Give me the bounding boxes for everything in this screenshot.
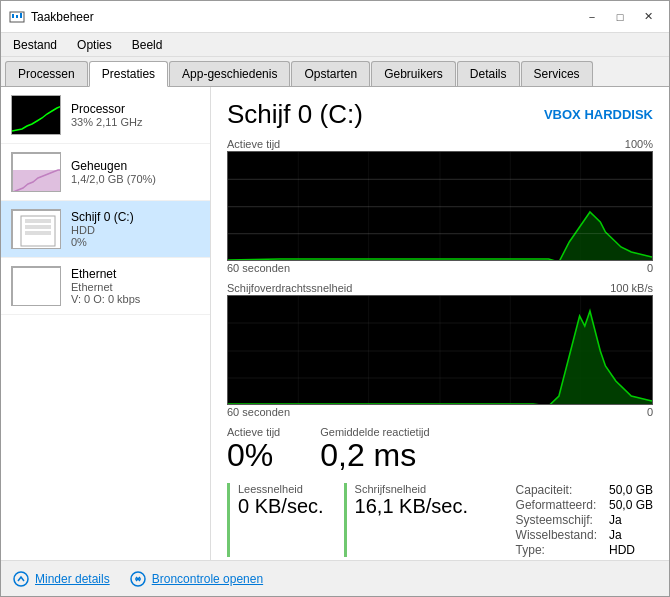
sidebar-item-memory[interactable]: Geheugen 1,4/2,0 GB (70%) [1, 144, 210, 201]
sidebar-item-ethernet[interactable]: Ethernet Ethernet V: 0 O: 0 kbps [1, 258, 210, 315]
sidebar-item-processor[interactable]: Processor 33% 2,11 GHz [1, 87, 210, 144]
sidebar: Processor 33% 2,11 GHz Geheugen 1,4/2,0 … [1, 87, 211, 560]
source-control-icon [130, 571, 146, 587]
processor-info: Processor 33% 2,11 GHz [71, 102, 200, 128]
chart2-label-right: 100 kB/s [610, 282, 653, 294]
content-area: Processor 33% 2,11 GHz Geheugen 1,4/2,0 … [1, 87, 669, 560]
menu-bar: Bestand Opties Beeld [1, 33, 669, 57]
svg-rect-6 [25, 219, 51, 223]
menu-bestand[interactable]: Bestand [5, 36, 65, 54]
memory-sub: 1,4/2,0 GB (70%) [71, 173, 200, 185]
app-icon [9, 9, 25, 25]
less-details-link[interactable]: Minder details [13, 571, 110, 587]
disk-sub3: 0% [71, 236, 200, 248]
speeds-section: Leessnelheid 0 KB/sec. Schrijfsnelheid 1… [227, 483, 468, 557]
system-label: Systeemschijf: [516, 513, 597, 527]
svg-marker-26 [549, 311, 652, 405]
less-details-text: Minder details [35, 572, 110, 586]
ethernet-info: Ethernet Ethernet V: 0 O: 0 kbps [71, 267, 200, 305]
ethernet-mini-graph [11, 266, 61, 306]
active-time-chart-section: Actieve tijd 100% [227, 138, 653, 274]
processor-sub: 33% 2,11 GHz [71, 116, 200, 128]
chart1-label-right: 100% [625, 138, 653, 150]
close-button[interactable]: ✕ [635, 7, 661, 27]
details-grid: Capaciteit: 50,0 GB Geformatteerd: 50,0 … [516, 483, 653, 557]
svg-rect-7 [25, 225, 51, 229]
ethernet-sub2: Ethernet [71, 281, 200, 293]
grid-line-1 [228, 179, 652, 180]
swap-value: Ja [609, 528, 653, 542]
grid-line-3 [228, 233, 652, 234]
write-speed-value: 16,1 KB/sec. [355, 495, 468, 518]
formatted-value: 50,0 GB [609, 498, 653, 512]
panel-title: Schijf 0 (C:) [227, 99, 363, 130]
read-speed-value: 0 KB/sec. [238, 495, 324, 518]
chart1-footer-right: 0 [647, 262, 653, 274]
sidebar-item-disk[interactable]: Schijf 0 (C:) HDD 0% [1, 201, 210, 258]
disk-label: Schijf 0 (C:) [71, 210, 200, 224]
menu-opties[interactable]: Opties [69, 36, 120, 54]
chart1-label-row: Actieve tijd 100% [227, 138, 653, 150]
tab-app-geschiedenis[interactable]: App-geschiedenis [169, 61, 290, 86]
tab-bar: Processen Prestaties App-geschiedenis Op… [1, 57, 669, 87]
active-time-stat: Actieve tijd 0% [227, 426, 280, 473]
chart1-footer: 60 seconden 0 [227, 262, 653, 274]
source-control-text: Broncontrole openen [152, 572, 263, 586]
title-bar-left: Taakbeheer [9, 9, 94, 25]
chart2-footer: 60 seconden 0 [227, 406, 653, 418]
formatted-label: Geformatteerd: [516, 498, 597, 512]
stats-section: Actieve tijd 0% Gemiddelde reactietijd 0… [227, 426, 653, 473]
tab-processen[interactable]: Processen [5, 61, 88, 86]
less-details-icon [13, 571, 29, 587]
ethernet-sub3: V: 0 O: 0 kbps [71, 293, 200, 305]
bottom-bar: Minder details Broncontrole openen [1, 560, 669, 596]
read-speed-label: Leessnelheid [238, 483, 324, 495]
active-time-chart [227, 151, 653, 261]
window-title: Taakbeheer [31, 10, 94, 24]
write-speed-label: Schrijfsnelheid [355, 483, 468, 495]
type-value: HDD [609, 543, 653, 557]
menu-beeld[interactable]: Beeld [124, 36, 171, 54]
maximize-button[interactable]: □ [607, 7, 633, 27]
grid-line-2 [228, 206, 652, 207]
capacity-label: Capaciteit: [516, 483, 597, 497]
swap-label: Wisselbestand: [516, 528, 597, 542]
system-value: Ja [609, 513, 653, 527]
svg-rect-8 [25, 231, 51, 235]
capacity-value: 50,0 GB [609, 483, 653, 497]
tab-gebruikers[interactable]: Gebruikers [371, 61, 456, 86]
title-buttons: − □ ✕ [579, 7, 661, 27]
memory-mini-graph [11, 152, 61, 192]
write-speed-block: Schrijfsnelheid 16,1 KB/sec. [344, 483, 468, 557]
source-control-link[interactable]: Broncontrole openen [130, 571, 263, 587]
memory-info: Geheugen 1,4/2,0 GB (70%) [71, 159, 200, 185]
type-label: Type: [516, 543, 597, 557]
chart2-label-left: Schijfoverdrachtssnelheid [227, 282, 352, 294]
chart1-label-left: Actieve tijd [227, 138, 280, 150]
panel-brand: VBOX HARDDISK [544, 107, 653, 122]
read-speed-block: Leessnelheid 0 KB/sec. [227, 483, 324, 557]
transfer-speed-chart-section: Schijfoverdrachtssnelheid 100 kB/s [227, 282, 653, 418]
tab-opstarten[interactable]: Opstarten [291, 61, 370, 86]
processor-label: Processor [71, 102, 200, 116]
svg-rect-2 [16, 15, 18, 18]
disk-sub2: HDD [71, 224, 200, 236]
speeds-details-row: Leessnelheid 0 KB/sec. Schrijfsnelheid 1… [227, 483, 653, 557]
title-bar: Taakbeheer − □ ✕ [1, 1, 669, 33]
disk-mini-graph [11, 209, 61, 249]
chart2-svg [228, 296, 652, 405]
tab-prestaties[interactable]: Prestaties [89, 61, 168, 87]
active-time-value: 0% [227, 438, 280, 473]
disk-info: Schijf 0 (C:) HDD 0% [71, 210, 200, 248]
response-time-stat: Gemiddelde reactietijd 0,2 ms [320, 426, 429, 473]
svg-rect-3 [20, 13, 22, 18]
chart1-footer-left: 60 seconden [227, 262, 290, 274]
processor-mini-graph [11, 95, 61, 135]
ethernet-label: Ethernet [71, 267, 200, 281]
svg-rect-1 [12, 14, 14, 18]
minimize-button[interactable]: − [579, 7, 605, 27]
chart2-footer-left: 60 seconden [227, 406, 290, 418]
tab-details[interactable]: Details [457, 61, 520, 86]
tab-services[interactable]: Services [521, 61, 593, 86]
transfer-speed-chart [227, 295, 653, 405]
